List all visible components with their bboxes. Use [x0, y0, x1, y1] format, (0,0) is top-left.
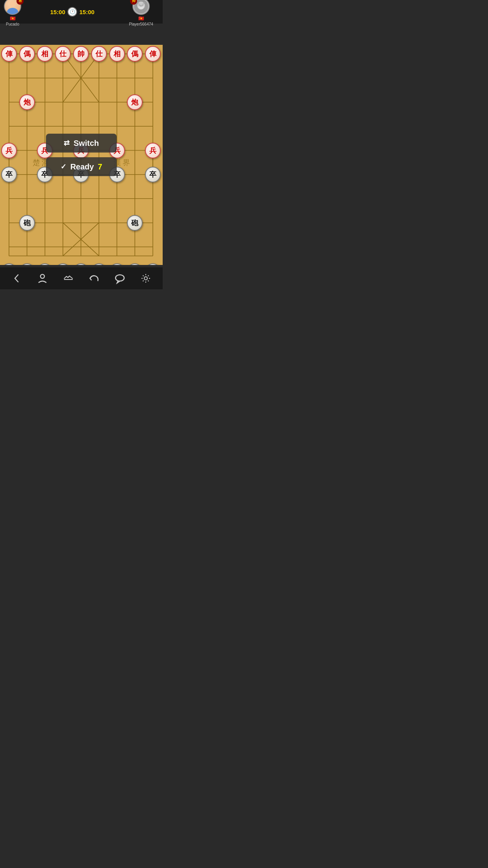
piece-炮-7-2[interactable]: 炮	[127, 94, 143, 110]
piece-卒-0-5[interactable]: 卒	[1, 167, 17, 182]
piece-卒-8-5[interactable]: 卒	[145, 167, 161, 182]
ready-button[interactable]: ✓ Ready 7	[46, 157, 117, 176]
player-button[interactable]	[34, 270, 51, 287]
piece-象-6-9[interactable]: 象	[109, 263, 125, 265]
bottom-toolbar	[0, 267, 163, 289]
piece-車-0-9[interactable]: 車	[1, 263, 17, 265]
undo-button[interactable]	[86, 270, 103, 287]
settings-button[interactable]	[138, 270, 154, 287]
flag-right: 🇻🇳	[138, 16, 144, 21]
back-button[interactable]	[9, 270, 25, 287]
piece-俥-0-0[interactable]: 俥	[1, 46, 17, 62]
chat-button[interactable]	[112, 270, 128, 287]
svg-point-9	[141, 5, 143, 6]
piece-將-4-9[interactable]: 將	[73, 263, 89, 265]
switch-button[interactable]: ⇄ Switch	[46, 134, 117, 153]
game-board[interactable]: 楚 河 漢 界 俥傌相仕帥仕相傌俥炮炮兵兵兵兵兵車馬象士將士象馬車砲砲卒卒卒卒卒…	[0, 45, 163, 265]
top-spacer	[0, 24, 163, 43]
svg-point-37	[40, 274, 44, 278]
game-header: 将 🇻🇳 Pucado 15:00 🕐 15:00	[0, 0, 163, 24]
piece-帥-4-0[interactable]: 帥	[73, 46, 89, 62]
piece-炮-1-2[interactable]: 炮	[19, 94, 35, 110]
overlay-buttons: ⇄ Switch ✓ Ready 7	[46, 134, 117, 176]
timer-section: 15:00 🕐 15:00	[50, 7, 95, 17]
piece-仕-3-0[interactable]: 仕	[55, 46, 71, 62]
piece-相-6-0[interactable]: 相	[109, 46, 125, 62]
piece-兵-0-4[interactable]: 兵	[1, 143, 17, 158]
clock-icon: 🕐	[68, 7, 77, 17]
piece-兵-8-4[interactable]: 兵	[145, 143, 161, 158]
handshake-button[interactable]	[60, 270, 77, 287]
piece-士-3-9[interactable]: 士	[55, 263, 71, 265]
piece-仕-5-0[interactable]: 仕	[91, 46, 107, 62]
piece-車-8-9[interactable]: 車	[145, 263, 161, 265]
player-left-name: Pucado	[6, 22, 19, 26]
piece-俥-8-0[interactable]: 俥	[145, 46, 161, 62]
piece-象-2-9[interactable]: 象	[37, 263, 53, 265]
switch-label: Switch	[73, 139, 99, 148]
player-right: 帅 🇻🇳 Player566474	[123, 0, 159, 26]
piece-馬-7-9[interactable]: 馬	[127, 263, 143, 265]
piece-馬-1-9[interactable]: 馬	[19, 263, 35, 265]
piece-砲-7-7[interactable]: 砲	[127, 215, 143, 231]
piece-士-5-9[interactable]: 士	[91, 263, 107, 265]
check-icon: ✓	[61, 162, 66, 171]
timer-left: 15:00	[50, 9, 65, 15]
ready-count: 7	[98, 162, 102, 171]
player-left: 将 🇻🇳 Pucado	[4, 0, 21, 26]
piece-砲-1-7[interactable]: 砲	[19, 215, 35, 231]
timer-right: 15:00	[79, 9, 94, 15]
svg-point-39	[144, 277, 147, 280]
red-general-badge: 将	[17, 0, 24, 5]
piece-傌-1-0[interactable]: 傌	[19, 46, 35, 62]
piece-傌-7-0[interactable]: 傌	[127, 46, 143, 62]
svg-point-1	[7, 8, 18, 14]
svg-point-38	[116, 275, 124, 281]
svg-point-8	[140, 5, 141, 6]
ready-label: Ready	[70, 162, 94, 171]
piece-相-2-0[interactable]: 相	[37, 46, 53, 62]
player-right-name: Player566474	[129, 22, 153, 26]
flag-left: 🇻🇳	[10, 16, 16, 21]
switch-icon: ⇄	[64, 139, 70, 147]
